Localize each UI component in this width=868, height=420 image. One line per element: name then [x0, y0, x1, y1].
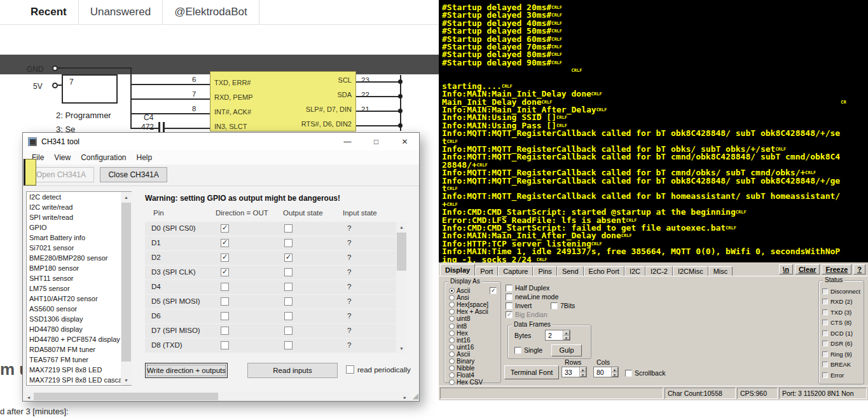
resize-grip[interactable]: ◢	[413, 391, 418, 400]
menu-view[interactable]: View	[49, 151, 76, 164]
direction-checkbox[interactable]	[221, 312, 229, 320]
help-button[interactable]: ?	[853, 264, 865, 274]
display-as-option-uint16[interactable]: uint16	[446, 344, 499, 351]
output-state-checkbox[interactable]	[284, 254, 293, 262]
device-item-spi-write-read[interactable]: SPI write/read	[27, 212, 120, 222]
display-as-option-nibble[interactable]: Nibble	[446, 365, 499, 372]
direction-checkbox[interactable]	[221, 224, 229, 233]
device-item-i2c-write-read[interactable]: I2C write/read	[27, 202, 120, 212]
device-item-as5600-sensor[interactable]: AS5600 sensor	[27, 304, 120, 314]
gulp-button[interactable]: Gulp	[551, 344, 582, 356]
tab-send[interactable]: Send	[557, 266, 584, 276]
output-state-checkbox[interactable]	[284, 341, 293, 349]
minimize-button[interactable]: —	[333, 133, 362, 151]
forum-tab-elektrodabot[interactable]: @ElektrodaBot	[163, 0, 259, 24]
device-item-rda5807m-fm-tuner[interactable]: RDA5807M FM tuner	[27, 344, 120, 355]
device-item-bmp180-sensor[interactable]: BMP180 sensor	[27, 263, 120, 273]
display-as-option-binary[interactable]: Binary	[446, 358, 499, 365]
spin-up-icon[interactable]	[612, 367, 618, 372]
freeze-button[interactable]: Freeze	[822, 264, 851, 274]
tab-i2cmisc[interactable]: I2CMisc	[673, 266, 708, 276]
display-as-option-hex-csv[interactable]: Hex CSV	[446, 379, 499, 386]
direction-checkbox[interactable]	[221, 254, 229, 262]
device-item-aht10-aht20-sensor[interactable]: AHT10/AHT20 sensor	[27, 294, 120, 304]
gpio-table-scrollbar[interactable]	[396, 222, 407, 353]
tab-i2c[interactable]: I2C	[624, 266, 645, 276]
output-state-checkbox[interactable]	[284, 297, 293, 306]
direction-checkbox[interactable]	[221, 341, 229, 349]
tab-display[interactable]: Display	[440, 264, 475, 276]
spin-up-icon[interactable]	[580, 367, 586, 372]
checkbox-scrollback[interactable]: Scrollback	[625, 369, 665, 377]
display-as-option-hex[interactable]: Hex	[446, 330, 499, 337]
display-as-option-int16[interactable]: int16	[446, 337, 499, 344]
forum-tab-recent[interactable]: Recent	[19, 0, 79, 24]
display-as-option-hex-space[interactable]: Hex[space]	[446, 301, 499, 308]
device-item-bme280-bmp280-sensor[interactable]: BME280/BMP280 sensor	[27, 253, 120, 263]
scroll-up-icon[interactable]	[396, 222, 407, 232]
read-inputs-button[interactable]: Read inputs	[247, 363, 338, 378]
tab-port[interactable]: Port	[475, 266, 498, 276]
output-state-checkbox[interactable]	[284, 312, 293, 320]
device-item-tea5767-fm-tuner[interactable]: TEA5767 FM tuner	[27, 355, 120, 365]
device-item-lm75-sensor[interactable]: LM75 sensor	[27, 283, 120, 294]
open-ch341a-button[interactable]: Open CH341A	[28, 167, 94, 182]
direction-checkbox[interactable]	[221, 327, 229, 335]
device-item-si7021-sensor[interactable]: Si7021 sensor	[27, 243, 120, 253]
checkbox-invert[interactable]: Invert	[506, 302, 532, 309]
device-item-max7219-spi-8x8-led-cascade[interactable]: MAX7219 SPI 8x8 LED cascade	[27, 375, 120, 385]
close-button[interactable]: ✕	[390, 133, 419, 151]
output-state-checkbox[interactable]	[284, 239, 293, 247]
rows-spinner[interactable]: 33	[561, 367, 587, 377]
display-as-option-ascii-2[interactable]: Ascii	[446, 351, 499, 358]
cols-spinner[interactable]: 80	[593, 367, 619, 377]
display-as-option-ansi[interactable]: Ansi	[446, 294, 499, 301]
spin-down-icon[interactable]	[563, 335, 570, 341]
read-periodically-checkbox[interactable]: read periodically	[346, 365, 411, 374]
device-item-hd44780-display[interactable]: HD44780 display	[27, 324, 120, 334]
scroll-right-icon[interactable]	[401, 392, 410, 401]
terminal-font-button[interactable]: Terminal Font	[504, 365, 559, 379]
device-item-gpio[interactable]: GPIO	[27, 222, 120, 233]
scroll-down-icon[interactable]	[121, 375, 132, 385]
checkbox-newline-mode[interactable]: newLine mode	[506, 293, 558, 301]
tab-capture[interactable]: Capture	[498, 266, 533, 276]
direction-checkbox[interactable]	[221, 239, 229, 247]
device-item-hd44780-pcf8574-display[interactable]: HD44780 + PCF8574 display	[27, 334, 120, 344]
display-as-option-int8[interactable]: int8	[446, 322, 499, 329]
bytes-spinner[interactable]: 2	[545, 330, 570, 341]
tab-misc[interactable]: Misc	[708, 266, 733, 276]
tab-i2c-2[interactable]: I2C-2	[645, 266, 673, 276]
forum-tab-unanswered[interactable]: Unanswered	[79, 0, 163, 24]
checkbox-big-endian[interactable]: Big Endian	[506, 311, 548, 318]
write-direction-outputs-button[interactable]: Write direction + outputs	[145, 363, 228, 378]
scroll-thumb[interactable]	[397, 233, 406, 271]
newline-button[interactable]: \n	[779, 264, 793, 274]
maximize-button[interactable]: □	[362, 133, 390, 151]
spin-down-icon[interactable]	[612, 372, 618, 377]
scroll-thumb[interactable]	[121, 203, 131, 362]
scroll-thumb[interactable]	[34, 393, 218, 400]
device-item-ssd1306-display[interactable]: SSD1306 display	[27, 314, 120, 324]
output-state-checkbox[interactable]	[284, 283, 293, 291]
scroll-left-icon[interactable]	[24, 392, 33, 401]
device-item-smart-battery-info[interactable]: Smart Battery info	[27, 233, 120, 243]
menu-help[interactable]: Help	[132, 151, 158, 164]
checkbox-half-duplex[interactable]: Half Duplex	[506, 284, 549, 292]
clear-button[interactable]: Clear	[795, 264, 820, 274]
checkbox-single[interactable]: Single	[514, 346, 542, 354]
output-state-checkbox[interactable]	[284, 327, 293, 335]
scroll-down-icon[interactable]	[396, 343, 407, 353]
device-item-max7219-spi-8x8-led[interactable]: MAX7219 SPI 8x8 LED	[27, 365, 120, 375]
dialog-titlebar[interactable]: CH341 tool — □ ✕	[23, 133, 419, 151]
scroll-up-icon[interactable]	[121, 192, 132, 202]
output-state-checkbox[interactable]	[284, 224, 293, 233]
checkbox-7bits[interactable]: 7Bits	[551, 302, 575, 309]
direction-checkbox[interactable]	[221, 297, 229, 306]
tab-echo-port[interactable]: Echo Port	[584, 266, 624, 276]
direction-checkbox[interactable]	[221, 283, 229, 291]
close-ch341a-button[interactable]: Close CH341A	[100, 167, 167, 182]
device-item-i2c-detect[interactable]: I2C detect	[27, 192, 120, 202]
display-as-option-uint8[interactable]: uint8	[446, 315, 499, 322]
display-as-option-ascii[interactable]: Ascii	[446, 287, 499, 294]
